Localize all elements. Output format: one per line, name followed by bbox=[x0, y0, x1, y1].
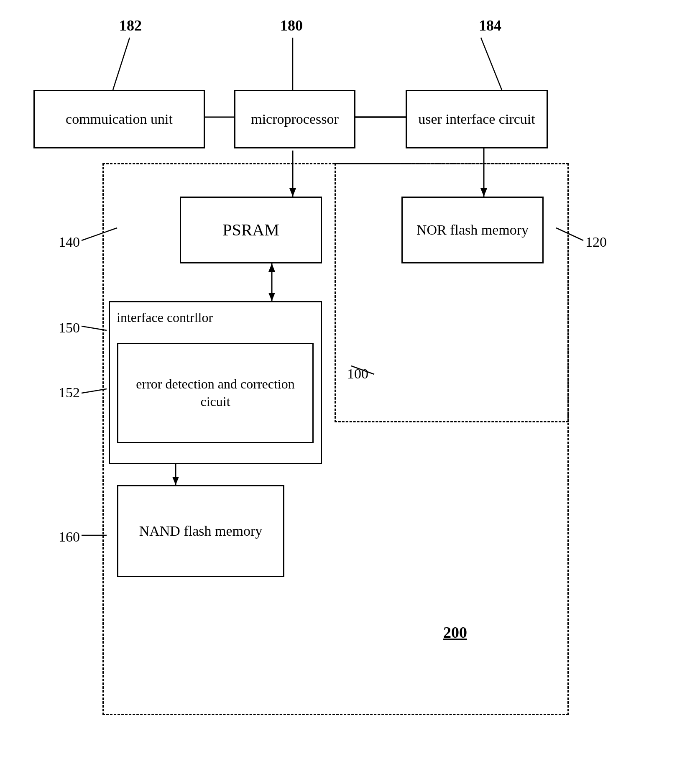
nand-flash-box: NAND flash memory bbox=[117, 485, 284, 577]
diagram: 182 180 184 commuication unit microproce… bbox=[0, 0, 700, 759]
ref-180: 180 bbox=[280, 17, 303, 34]
svg-line-0 bbox=[113, 38, 130, 90]
ref-label-152: 152 bbox=[59, 385, 80, 401]
ref-label-200: 200 bbox=[443, 623, 467, 641]
ref-label-140: 140 bbox=[59, 234, 80, 250]
nor-flash-box: NOR flash memory bbox=[401, 197, 544, 263]
ref-184: 184 bbox=[479, 17, 501, 34]
ref-label-160: 160 bbox=[59, 529, 80, 545]
ref-182: 182 bbox=[119, 17, 142, 34]
ref-label-120: 120 bbox=[585, 234, 607, 250]
microprocessor-box: microprocessor bbox=[234, 90, 355, 148]
comm-unit-box: commuication unit bbox=[33, 90, 205, 148]
ref-label-150: 150 bbox=[59, 320, 80, 336]
edac-box: error detection and correction cicuit bbox=[117, 343, 314, 443]
ref-label-100: 100 bbox=[347, 366, 368, 382]
psram-box: PSRAM bbox=[180, 197, 322, 263]
user-interface-box: user interface circuit bbox=[406, 90, 548, 148]
svg-line-2 bbox=[481, 38, 502, 90]
